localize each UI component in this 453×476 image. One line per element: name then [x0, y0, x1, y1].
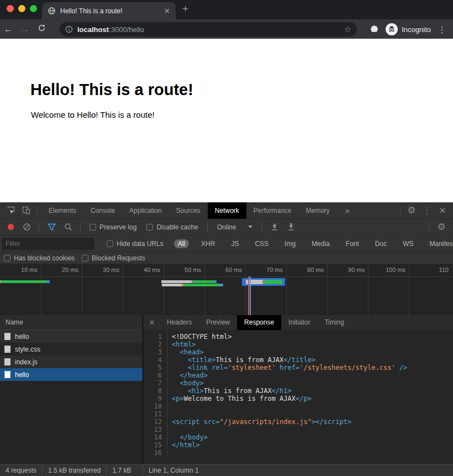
response-code-viewer[interactable]: 1<!DOCTYPE html>2<html>3 <head>4 <title>… — [143, 330, 453, 464]
request-rows: hellostyle.cssindex.jshello — [0, 330, 143, 381]
devtools-tab-sources[interactable]: Sources — [169, 202, 208, 219]
disable-cache-checkbox[interactable]: Disable cache — [146, 223, 198, 231]
detail-tabbar: ✕ HeadersPreviewResponseInitiatorTiming — [143, 315, 453, 330]
back-button[interactable]: ← — [0, 24, 17, 35]
record-button[interactable] — [8, 224, 14, 230]
blocked-requests-checkbox[interactable]: Blocked Requests — [82, 254, 145, 262]
code-line: 7 <body> — [143, 379, 453, 387]
devtools-tab-memory[interactable]: Memory — [299, 202, 337, 219]
zoom-window-button[interactable] — [30, 5, 37, 12]
type-filter-js[interactable]: JS — [227, 239, 243, 248]
address-bar[interactable]: localhost:3000/hello ☆ — [60, 22, 357, 36]
waterfall-bar[interactable] — [0, 280, 50, 283]
export-har-icon[interactable] — [284, 220, 298, 234]
disable-cache-label: Disable cache — [156, 223, 198, 231]
hide-data-urls-checkbox[interactable]: Hide data URLs — [107, 240, 164, 248]
minimize-window-button[interactable] — [18, 5, 25, 12]
detail-tab-timing[interactable]: Timing — [317, 315, 351, 330]
waterfall-bar[interactable] — [162, 284, 223, 286]
detail-tab-preview[interactable]: Preview — [199, 315, 237, 330]
type-filter-img[interactable]: Img — [281, 239, 299, 248]
extensions-puzzle-icon[interactable] — [370, 25, 379, 34]
type-filter-manifest[interactable]: Manifest — [426, 239, 453, 248]
page-viewport: Hello! This is a route! Welcome to Hello… — [0, 39, 453, 202]
code-text — [167, 402, 172, 410]
waterfall-gridline — [368, 264, 368, 315]
line-number: 16 — [143, 449, 167, 457]
type-filter-css[interactable]: CSS — [251, 239, 272, 248]
network-settings-icon[interactable]: ⚙ — [434, 220, 449, 234]
more-tabs-button[interactable]: » — [338, 202, 357, 219]
tab-close-icon[interactable]: ✕ — [164, 7, 170, 15]
code-text: <script src="/javascripts/index.js"></sc… — [167, 418, 351, 426]
type-filter-doc[interactable]: Doc — [371, 239, 391, 248]
incognito-icon — [386, 23, 398, 35]
close-window-button[interactable] — [7, 5, 14, 12]
type-filter-ws[interactable]: WS — [399, 239, 417, 248]
network-overview-waterfall[interactable]: 10 ms20 ms30 ms40 ms50 ms60 ms70 ms80 ms… — [0, 264, 453, 315]
checkbox-icon — [107, 240, 113, 247]
devtools-tabbar: ElementsConsoleApplicationSourcesNetwork… — [0, 202, 453, 219]
search-icon[interactable] — [61, 220, 75, 234]
new-tab-button[interactable]: + — [182, 3, 188, 15]
code-line: 6 </head> — [143, 372, 453, 379]
type-filter-xhr[interactable]: XHR — [197, 239, 219, 248]
devtools-menu-icon[interactable]: ⋮ — [420, 203, 434, 218]
close-detail-icon[interactable]: ✕ — [145, 318, 159, 327]
code-line: 14 </body> — [143, 433, 453, 441]
incognito-label: Incognito — [402, 25, 431, 34]
devtools-tabbar-tabs: ElementsConsoleApplicationSourcesNetwork… — [41, 202, 337, 219]
devtools-tab-console[interactable]: Console — [83, 202, 122, 219]
request-row[interactable]: style.css — [0, 343, 143, 355]
preserve-log-label: Preserve log — [99, 223, 136, 231]
bookmark-star-icon[interactable]: ☆ — [344, 24, 351, 34]
devtools-tab-elements[interactable]: Elements — [41, 202, 83, 219]
devtools-tab-network[interactable]: Network — [208, 202, 246, 219]
reload-button[interactable] — [33, 24, 50, 35]
preserve-log-checkbox[interactable]: Preserve log — [89, 223, 136, 231]
line-number: 3 — [143, 348, 167, 356]
browser-tab[interactable]: Hello! This is a route! ✕ — [42, 2, 176, 19]
browser-toolbar: ← → localhost:3000/hello ☆ Incognito — [0, 19, 453, 39]
request-row[interactable]: index.js — [0, 355, 143, 368]
type-filter-all[interactable]: All — [174, 239, 189, 248]
detail-tab-response[interactable]: Response — [237, 315, 281, 330]
request-row[interactable]: hello — [0, 330, 143, 343]
document-icon — [4, 333, 10, 340]
waterfall-gridline — [41, 264, 41, 315]
code-text: <body> — [167, 379, 204, 387]
name-column-header[interactable]: Name — [0, 315, 143, 330]
throttling-dropdown[interactable]: Online — [217, 223, 253, 231]
line-number: 10 — [143, 402, 167, 410]
screen: Hello! This is a route! ✕ + ← → localhos… — [0, 0, 453, 476]
waterfall-bar[interactable] — [161, 280, 217, 283]
import-har-icon[interactable] — [267, 220, 282, 234]
waterfall-tick-label: 80 ms — [307, 266, 324, 273]
devtools-settings-icon[interactable]: ⚙ — [404, 203, 419, 218]
code-line: 11 — [143, 410, 453, 418]
url-host: localhost — [77, 25, 109, 34]
cursor-position: Line 1, Column 1 — [143, 465, 199, 476]
filter-input[interactable] — [2, 238, 94, 250]
request-row[interactable]: hello — [0, 368, 143, 381]
filter-icon[interactable] — [44, 220, 59, 234]
request-list-panel: Name hellostyle.cssindex.jshello — [0, 315, 143, 464]
has-blocked-cookies-checkbox[interactable]: Has blocked cookies — [4, 254, 75, 262]
devtools-tab-application[interactable]: Application — [122, 202, 169, 219]
line-number: 13 — [143, 426, 167, 433]
detail-tab-headers[interactable]: Headers — [160, 315, 199, 330]
type-filter-media[interactable]: Media — [308, 239, 334, 248]
forward-button[interactable]: → — [17, 24, 33, 35]
device-toolbar-icon[interactable] — [19, 203, 33, 218]
inspect-element-icon[interactable] — [3, 203, 18, 218]
detail-tab-initiator[interactable]: Initiator — [281, 315, 317, 330]
devtools-close-icon[interactable]: ✕ — [435, 203, 450, 218]
type-filter-font[interactable]: Font — [342, 239, 363, 248]
hide-data-urls-label: Hide data URLs — [117, 240, 164, 248]
status-item: 4 requests — [0, 467, 42, 474]
page-info-icon[interactable] — [65, 25, 73, 33]
devtools-tab-performance[interactable]: Performance — [246, 202, 299, 219]
browser-menu-icon[interactable]: ⋮ — [438, 24, 446, 35]
incognito-badge: Incognito — [386, 23, 431, 35]
clear-icon[interactable] — [19, 220, 34, 234]
